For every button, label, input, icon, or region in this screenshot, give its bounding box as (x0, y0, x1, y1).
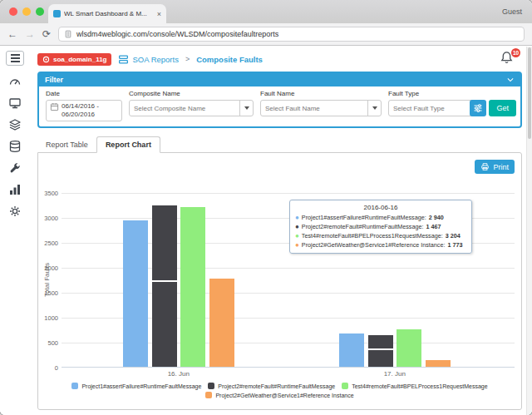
legend-item[interactable]: Project2#GetWeather@Service1#Reference I… (205, 392, 353, 398)
tooltip-row: ●Project2#remoteFault#RuntimeFaultMessag… (295, 222, 466, 231)
layers-icon[interactable] (8, 118, 22, 131)
gridline (62, 193, 515, 194)
fault-name-field-group: Fault Name Select Fault Name (260, 90, 382, 116)
gear-icon[interactable] (8, 205, 22, 218)
notifications-button[interactable]: 10 (500, 51, 516, 67)
chart-tooltip: 2016-06-16 ●Project1#assertFailure#Runti… (289, 200, 472, 254)
bar[interactable] (397, 329, 421, 367)
tab-title: WL Smart Dashboard & M... (64, 10, 154, 17)
x-axis-label: 16. Jun (168, 370, 190, 378)
monitor-icon[interactable] (8, 96, 22, 110)
sliders-icon (473, 103, 483, 113)
legend-item[interactable]: Project2#remoteFault#RuntimeFaultMessage (208, 383, 335, 389)
legend-swatch-icon (342, 383, 348, 389)
bar[interactable] (339, 333, 364, 367)
sidebar-icons (0, 75, 30, 218)
forward-icon[interactable]: → (25, 29, 35, 39)
menu-toggle-button[interactable] (6, 51, 24, 66)
chart-legend: Project1#assertFailure#RuntimeFaultMessa… (38, 383, 521, 398)
legend-label: Project1#assertFailure#RuntimeFaultMessa… (81, 383, 201, 389)
y-axis-tick-label: 3000 (32, 215, 58, 222)
traffic-light-zoom-icon[interactable] (36, 7, 44, 16)
breadcrumb-soa-reports[interactable]: SOA Reports (118, 54, 178, 65)
get-button[interactable]: Get (489, 100, 516, 116)
composite-name-label: Composite Name (129, 90, 254, 97)
notification-count-badge: 10 (511, 48, 520, 57)
fault-name-label: Fault Name (260, 90, 382, 97)
vertical-scrollbar[interactable] (526, 47, 532, 415)
series-bullet-icon: ● (295, 224, 299, 230)
y-axis-tick-label: 2000 (32, 264, 58, 272)
legend-label: Project2#GetWeather@Service1#Reference I… (215, 393, 353, 398)
bar[interactable] (426, 360, 451, 367)
series-bullet-icon: ● (295, 215, 299, 221)
bar[interactable] (368, 335, 393, 367)
database-icon[interactable] (8, 140, 22, 153)
tab-report-chart[interactable]: Report Chart (96, 136, 160, 153)
date-range-value: 06/14/2016 - 06/20/2016 (62, 102, 110, 119)
y-axis-tick-label: 1500 (32, 289, 58, 297)
legend-swatch-icon (71, 383, 78, 389)
scrollbar-thumb[interactable] (528, 47, 531, 139)
printer-icon (480, 162, 490, 171)
traffic-light-close-icon[interactable] (9, 7, 17, 16)
date-label: Date (46, 90, 122, 97)
url-bar[interactable]: wlsdm4weblogic.com/console/WLSDM/composi… (58, 27, 525, 42)
wrench-icon[interactable] (8, 161, 22, 175)
series-bullet-icon: ● (295, 233, 299, 240)
y-axis-tick-label: 1000 (32, 314, 58, 322)
legend-item[interactable]: Project1#assertFailure#RuntimeFaultMessa… (71, 383, 201, 389)
back-icon[interactable]: ← (7, 29, 17, 39)
date-range-input[interactable]: 06/14/2016 - 06/20/2016 (46, 100, 122, 121)
print-button[interactable]: Print (475, 160, 515, 174)
date-field-group: Date 06/14/2016 - 06/20/2016 (46, 90, 122, 121)
bar-segment-divider (368, 348, 393, 350)
filter-options-button[interactable] (470, 100, 486, 116)
filter-buttons: Get (470, 100, 516, 116)
caret-down-icon (367, 101, 381, 116)
guest-label: Guest (502, 7, 522, 16)
filter-title: Filter (45, 76, 63, 84)
bar-chart-icon[interactable] (8, 183, 22, 196)
breadcrumb-page-title: Composite Faults (196, 55, 263, 64)
traffic-light-minimize-icon[interactable] (22, 7, 31, 16)
filter-body: Date 06/14/2016 - 06/20/2016 Composite N… (39, 86, 520, 126)
composite-name-select[interactable]: Select Composite Name (129, 100, 254, 116)
browser-navbar: ← → ⟳ wlsdm4weblogic.com/console/WLSDM/c… (0, 23, 532, 46)
refresh-icon[interactable]: ⟳ (42, 29, 51, 39)
browser-tab[interactable]: WL Smart Dashboard & M... × (48, 4, 166, 23)
calendar-icon (50, 102, 59, 111)
page-icon (64, 30, 72, 38)
bar[interactable] (180, 207, 205, 367)
fault-name-select[interactable]: Select Fault Name (260, 100, 382, 116)
legend-swatch-icon (205, 392, 212, 398)
legend-swatch-icon (208, 383, 214, 389)
legend-label: Test4#remoteFault#BPELProcess1RequestMes… (352, 383, 487, 389)
tooltip-row: ●Test4#remoteFault#BPELProcess1RequestMe… (295, 231, 466, 240)
main-area: soa_domain_11g SOA Reports > Composite F… (30, 47, 526, 415)
bar[interactable] (209, 279, 234, 367)
app-content: soa_domain_11g SOA Reports > Composite F… (0, 47, 532, 415)
chevron-down-icon[interactable] (506, 76, 515, 84)
bar[interactable] (152, 205, 177, 367)
favicon-icon (53, 10, 61, 17)
sidebar (0, 47, 30, 415)
tooltip-series-name: Project1#assertFailure#RuntimeFaultMessa… (302, 213, 426, 222)
print-label: Print (493, 163, 509, 171)
tooltip-series-value: 2 940 (429, 213, 444, 222)
filter-panel-header[interactable]: Filter (39, 73, 520, 86)
tooltip-title: 2016-06-16 (295, 204, 466, 211)
y-axis-tick-label: 2500 (32, 240, 58, 247)
tab-report-table[interactable]: Report Table (37, 136, 96, 153)
domain-icon (42, 56, 50, 63)
legend-item[interactable]: Test4#remoteFault#BPELProcess1RequestMes… (342, 383, 487, 389)
tab-close-icon[interactable]: × (157, 10, 161, 18)
composite-name-field-group: Composite Name Select Composite Name (129, 90, 254, 116)
browser-tab-strip: WL Smart Dashboard & M... × Guest (0, 0, 532, 23)
y-axis-tick-label: 0 (32, 364, 58, 372)
domain-badge[interactable]: soa_domain_11g (37, 53, 111, 66)
tooltip-series-value: 1 467 (426, 222, 441, 231)
bar[interactable] (123, 220, 148, 367)
breadcrumb-section-label: SOA Reports (132, 55, 178, 64)
speedometer-icon[interactable] (8, 75, 22, 88)
